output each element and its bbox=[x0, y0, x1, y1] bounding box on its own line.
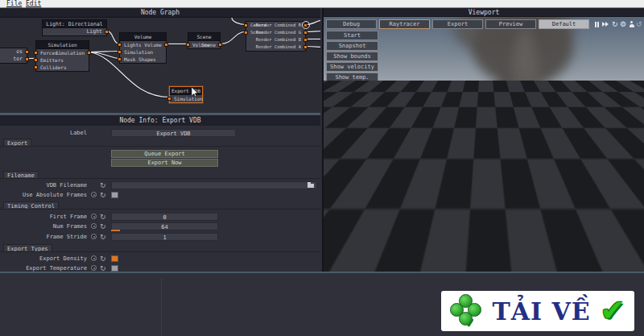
menu-file[interactable]: File bbox=[6, 0, 22, 8]
show-temp-button[interactable]: Show temp. bbox=[326, 73, 378, 82]
reset-icon[interactable]: ↻ bbox=[100, 191, 106, 199]
checkmark-icon: ✔ bbox=[601, 295, 625, 327]
node-graph-canvas[interactable]: es ter Light: Directional Light Simulati… bbox=[0, 18, 320, 113]
node-volume[interactable]: Volume LightsVolume Simulation Mask Shap… bbox=[119, 32, 167, 64]
start-recording-button[interactable]: Start Recording bbox=[326, 31, 378, 40]
mode-button-raytracer[interactable]: Raytracer bbox=[379, 19, 430, 29]
show-velocity-button[interactable]: Show velocity bbox=[326, 62, 378, 72]
reset-icon[interactable]: ↻ bbox=[100, 181, 106, 189]
port-render-a-out[interactable] bbox=[303, 45, 308, 49]
port-simulation-in[interactable] bbox=[167, 97, 171, 101]
snapshot-button[interactable]: Snapshot bbox=[326, 41, 378, 51]
num-frames-input[interactable]: 64 bbox=[111, 222, 218, 230]
person-icon[interactable] bbox=[629, 21, 634, 28]
section-divider bbox=[0, 146, 320, 147]
port-volume-out[interactable] bbox=[164, 43, 168, 47]
port-simulation-in[interactable] bbox=[118, 50, 122, 54]
section-timing-control[interactable]: Timing Control bbox=[0, 201, 320, 209]
keyframe-icon[interactable] bbox=[91, 192, 97, 197]
use-absolute-frames-checkbox[interactable] bbox=[111, 192, 118, 198]
step-forward-icon[interactable] bbox=[602, 21, 609, 28]
show-bounds-button[interactable]: Show bounds bbox=[326, 52, 378, 61]
node-partial[interactable]: es ter bbox=[0, 48, 27, 64]
pause-icon[interactable] bbox=[595, 21, 600, 28]
vdb-filename-row: VDB Filename ↻ bbox=[0, 181, 320, 189]
port-render-g-out[interactable] bbox=[303, 31, 308, 35]
port-out[interactable] bbox=[25, 50, 29, 54]
first-frame-input[interactable]: 0 bbox=[111, 213, 218, 221]
panel-splitter[interactable] bbox=[0, 272, 644, 273]
export-density-checkbox[interactable] bbox=[111, 255, 118, 262]
vdb-filename-input[interactable] bbox=[111, 181, 317, 189]
frame-stride-input[interactable]: 1 bbox=[111, 233, 218, 241]
gizmo-x-handle[interactable]: X bbox=[365, 240, 373, 247]
reset-icon[interactable]: ↻ bbox=[100, 222, 106, 230]
port-colliders-in[interactable] bbox=[34, 65, 38, 69]
port-volume-in[interactable] bbox=[186, 43, 190, 47]
reset-icon[interactable]: ↻ bbox=[100, 255, 106, 263]
node-scene[interactable]: Scene VolumeScene bbox=[188, 32, 221, 49]
watermark: TẢI VỀ ✔ bbox=[441, 291, 634, 331]
node-graph-title: Node Graph bbox=[0, 8, 320, 18]
mouse-cursor bbox=[192, 87, 199, 97]
mode-button-default[interactable]: Default bbox=[539, 19, 589, 29]
port-emitters-in[interactable] bbox=[34, 58, 38, 62]
node-render-output[interactable]: CameraRender Combined R SceneRender Comb… bbox=[246, 21, 306, 52]
port-forces-in[interactable] bbox=[34, 51, 38, 55]
node-simulation[interactable]: Simulation ForcesSimulation Emitters Col… bbox=[35, 40, 89, 72]
section-export-types[interactable]: Export Types bbox=[0, 244, 320, 252]
port-camera-in[interactable] bbox=[244, 23, 248, 27]
node-partial-row: es bbox=[16, 48, 23, 56]
viewport-panel: Viewport Z Y X Debug Raytracer bbox=[322, 8, 644, 272]
keyframe-icon[interactable] bbox=[91, 255, 97, 261]
reset-icon[interactable]: ↻ bbox=[100, 233, 106, 241]
input-label: Emitters bbox=[40, 57, 64, 63]
node-simulation-title: Simulation bbox=[36, 41, 89, 49]
mode-button-export[interactable]: Export bbox=[432, 19, 483, 29]
output-label: Simulation bbox=[56, 49, 85, 56]
export-density-row: Export Density ↻ bbox=[0, 255, 320, 263]
gizmo-y-handle[interactable]: Y bbox=[350, 234, 358, 243]
menu-edit[interactable]: Edit bbox=[26, 0, 41, 8]
mode-button-preview[interactable]: Preview bbox=[485, 19, 536, 29]
label-field-caption: Label bbox=[0, 129, 87, 137]
label-field-input[interactable]: Export VDB bbox=[111, 129, 236, 137]
port-scene-in[interactable] bbox=[244, 31, 248, 35]
node-light-title: Light: Directional bbox=[43, 20, 106, 28]
viewport-canvas[interactable]: Z Y X Debug Raytracer Export Preview Def… bbox=[324, 17, 644, 272]
reset-icon[interactable]: ↻ bbox=[100, 213, 106, 221]
port-render-b-out[interactable] bbox=[303, 38, 308, 42]
export-temperature-checkbox[interactable] bbox=[111, 265, 118, 272]
loop-icon[interactable]: ↻ bbox=[612, 21, 618, 28]
input-label: Lights bbox=[124, 42, 142, 48]
queue-export-button[interactable]: Queue Export bbox=[111, 150, 218, 158]
frame-stride-row: Frame Stride ↻ 1 bbox=[0, 233, 320, 241]
gizmo-z-handle[interactable]: Z bbox=[347, 221, 355, 229]
output-label: Render Combined B bbox=[256, 36, 301, 44]
node-info-panel: Node Info: Export VDB Label Export VDB E… bbox=[0, 113, 320, 272]
use-absolute-frames-row: Use Absolute Frames ↻ bbox=[0, 191, 320, 199]
folder-icon[interactable] bbox=[308, 184, 314, 188]
port-light-out[interactable] bbox=[105, 30, 109, 34]
reset-icon[interactable]: ↺ bbox=[636, 21, 642, 28]
section-export[interactable]: Export bbox=[0, 139, 320, 147]
node-light[interactable]: Light: Directional Light bbox=[42, 19, 107, 36]
mode-button-debug[interactable]: Debug bbox=[326, 19, 377, 29]
frame-stride-caption: Frame Stride bbox=[0, 233, 87, 241]
keyframe-icon[interactable] bbox=[91, 265, 97, 271]
export-now-button[interactable]: Export Now bbox=[111, 159, 218, 167]
menu-bar: File Edit bbox=[0, 0, 644, 8]
port-out[interactable] bbox=[25, 57, 29, 61]
keyframe-icon[interactable] bbox=[91, 234, 97, 239]
port-lights-in[interactable] bbox=[118, 43, 122, 47]
section-filename[interactable]: Filename bbox=[0, 171, 320, 179]
port-simulation-out[interactable] bbox=[87, 51, 91, 55]
port-maskshapes-in[interactable] bbox=[118, 57, 122, 61]
gear-icon[interactable]: ⚙ bbox=[620, 21, 626, 28]
section-divider bbox=[0, 209, 320, 209]
node-volume-title: Volume bbox=[120, 33, 166, 41]
port-scene-out[interactable] bbox=[218, 43, 222, 47]
keyframe-icon[interactable] bbox=[91, 214, 97, 219]
section-divider bbox=[0, 251, 320, 252]
keyframe-icon[interactable] bbox=[91, 223, 97, 229]
